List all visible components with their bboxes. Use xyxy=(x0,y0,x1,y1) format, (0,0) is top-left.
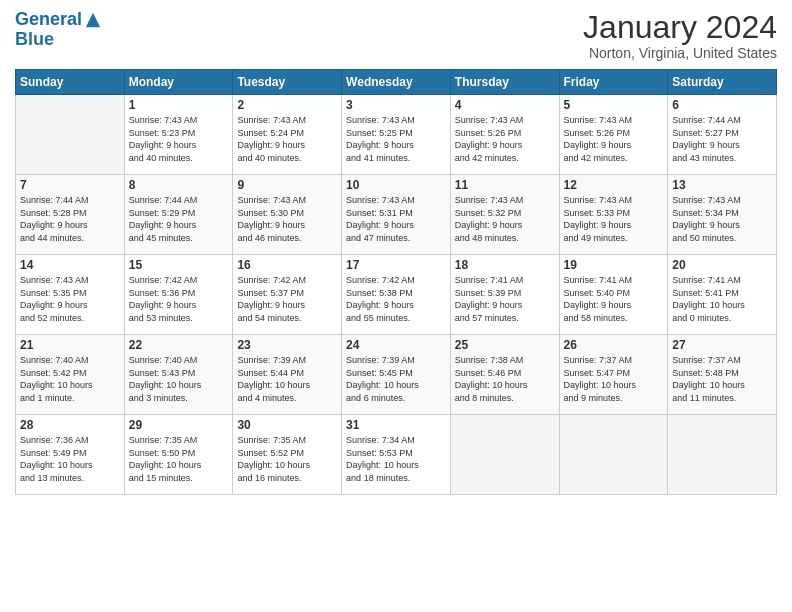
day-info: Sunrise: 7:38 AMSunset: 5:46 PMDaylight:… xyxy=(455,354,555,404)
day-info: Sunrise: 7:43 AMSunset: 5:34 PMDaylight:… xyxy=(672,194,772,244)
calendar-cell: 14Sunrise: 7:43 AMSunset: 5:35 PMDayligh… xyxy=(16,255,125,335)
day-number: 28 xyxy=(20,418,120,432)
day-number: 6 xyxy=(672,98,772,112)
calendar-cell xyxy=(668,415,777,495)
calendar-cell xyxy=(16,95,125,175)
week-row-2: 7Sunrise: 7:44 AMSunset: 5:28 PMDaylight… xyxy=(16,175,777,255)
day-info: Sunrise: 7:35 AMSunset: 5:50 PMDaylight:… xyxy=(129,434,229,484)
logo-icon xyxy=(84,11,102,29)
day-info: Sunrise: 7:44 AMSunset: 5:29 PMDaylight:… xyxy=(129,194,229,244)
location-subtitle: Norton, Virginia, United States xyxy=(583,45,777,61)
day-info: Sunrise: 7:43 AMSunset: 5:23 PMDaylight:… xyxy=(129,114,229,164)
weekday-header-row: SundayMondayTuesdayWednesdayThursdayFrid… xyxy=(16,70,777,95)
day-info: Sunrise: 7:43 AMSunset: 5:25 PMDaylight:… xyxy=(346,114,446,164)
calendar-cell: 4Sunrise: 7:43 AMSunset: 5:26 PMDaylight… xyxy=(450,95,559,175)
title-block: January 2024 Norton, Virginia, United St… xyxy=(583,10,777,61)
logo-text: General xyxy=(15,10,82,30)
day-info: Sunrise: 7:35 AMSunset: 5:52 PMDaylight:… xyxy=(237,434,337,484)
week-row-5: 28Sunrise: 7:36 AMSunset: 5:49 PMDayligh… xyxy=(16,415,777,495)
day-info: Sunrise: 7:43 AMSunset: 5:26 PMDaylight:… xyxy=(564,114,664,164)
day-info: Sunrise: 7:43 AMSunset: 5:33 PMDaylight:… xyxy=(564,194,664,244)
calendar-table: SundayMondayTuesdayWednesdayThursdayFrid… xyxy=(15,69,777,495)
day-info: Sunrise: 7:43 AMSunset: 5:24 PMDaylight:… xyxy=(237,114,337,164)
day-info: Sunrise: 7:34 AMSunset: 5:53 PMDaylight:… xyxy=(346,434,446,484)
day-number: 25 xyxy=(455,338,555,352)
day-number: 15 xyxy=(129,258,229,272)
day-number: 16 xyxy=(237,258,337,272)
calendar-cell: 25Sunrise: 7:38 AMSunset: 5:46 PMDayligh… xyxy=(450,335,559,415)
calendar-cell: 22Sunrise: 7:40 AMSunset: 5:43 PMDayligh… xyxy=(124,335,233,415)
calendar-cell: 28Sunrise: 7:36 AMSunset: 5:49 PMDayligh… xyxy=(16,415,125,495)
day-info: Sunrise: 7:43 AMSunset: 5:30 PMDaylight:… xyxy=(237,194,337,244)
calendar-cell: 6Sunrise: 7:44 AMSunset: 5:27 PMDaylight… xyxy=(668,95,777,175)
day-number: 31 xyxy=(346,418,446,432)
calendar-cell: 15Sunrise: 7:42 AMSunset: 5:36 PMDayligh… xyxy=(124,255,233,335)
day-info: Sunrise: 7:40 AMSunset: 5:43 PMDaylight:… xyxy=(129,354,229,404)
day-number: 23 xyxy=(237,338,337,352)
week-row-4: 21Sunrise: 7:40 AMSunset: 5:42 PMDayligh… xyxy=(16,335,777,415)
day-info: Sunrise: 7:42 AMSunset: 5:36 PMDaylight:… xyxy=(129,274,229,324)
day-info: Sunrise: 7:42 AMSunset: 5:38 PMDaylight:… xyxy=(346,274,446,324)
day-number: 29 xyxy=(129,418,229,432)
week-row-1: 1Sunrise: 7:43 AMSunset: 5:23 PMDaylight… xyxy=(16,95,777,175)
weekday-header-saturday: Saturday xyxy=(668,70,777,95)
logo: General Blue xyxy=(15,10,102,50)
day-number: 10 xyxy=(346,178,446,192)
day-number: 4 xyxy=(455,98,555,112)
day-number: 18 xyxy=(455,258,555,272)
weekday-header-tuesday: Tuesday xyxy=(233,70,342,95)
day-number: 3 xyxy=(346,98,446,112)
day-info: Sunrise: 7:43 AMSunset: 5:31 PMDaylight:… xyxy=(346,194,446,244)
calendar-cell: 18Sunrise: 7:41 AMSunset: 5:39 PMDayligh… xyxy=(450,255,559,335)
calendar-cell xyxy=(450,415,559,495)
calendar-cell: 30Sunrise: 7:35 AMSunset: 5:52 PMDayligh… xyxy=(233,415,342,495)
calendar-cell: 2Sunrise: 7:43 AMSunset: 5:24 PMDaylight… xyxy=(233,95,342,175)
weekday-header-wednesday: Wednesday xyxy=(342,70,451,95)
calendar-cell: 23Sunrise: 7:39 AMSunset: 5:44 PMDayligh… xyxy=(233,335,342,415)
calendar-cell: 26Sunrise: 7:37 AMSunset: 5:47 PMDayligh… xyxy=(559,335,668,415)
calendar-cell: 27Sunrise: 7:37 AMSunset: 5:48 PMDayligh… xyxy=(668,335,777,415)
calendar-cell: 8Sunrise: 7:44 AMSunset: 5:29 PMDaylight… xyxy=(124,175,233,255)
day-number: 27 xyxy=(672,338,772,352)
calendar-cell: 20Sunrise: 7:41 AMSunset: 5:41 PMDayligh… xyxy=(668,255,777,335)
weekday-header-sunday: Sunday xyxy=(16,70,125,95)
day-info: Sunrise: 7:40 AMSunset: 5:42 PMDaylight:… xyxy=(20,354,120,404)
calendar-cell: 29Sunrise: 7:35 AMSunset: 5:50 PMDayligh… xyxy=(124,415,233,495)
day-info: Sunrise: 7:37 AMSunset: 5:48 PMDaylight:… xyxy=(672,354,772,404)
svg-marker-0 xyxy=(86,13,100,27)
calendar-cell: 12Sunrise: 7:43 AMSunset: 5:33 PMDayligh… xyxy=(559,175,668,255)
calendar-cell: 31Sunrise: 7:34 AMSunset: 5:53 PMDayligh… xyxy=(342,415,451,495)
day-number: 19 xyxy=(564,258,664,272)
weekday-header-friday: Friday xyxy=(559,70,668,95)
day-number: 13 xyxy=(672,178,772,192)
day-info: Sunrise: 7:43 AMSunset: 5:35 PMDaylight:… xyxy=(20,274,120,324)
calendar-cell: 11Sunrise: 7:43 AMSunset: 5:32 PMDayligh… xyxy=(450,175,559,255)
day-number: 14 xyxy=(20,258,120,272)
day-info: Sunrise: 7:44 AMSunset: 5:28 PMDaylight:… xyxy=(20,194,120,244)
day-number: 24 xyxy=(346,338,446,352)
day-number: 20 xyxy=(672,258,772,272)
calendar-cell: 9Sunrise: 7:43 AMSunset: 5:30 PMDaylight… xyxy=(233,175,342,255)
day-info: Sunrise: 7:42 AMSunset: 5:37 PMDaylight:… xyxy=(237,274,337,324)
day-number: 21 xyxy=(20,338,120,352)
calendar-cell: 24Sunrise: 7:39 AMSunset: 5:45 PMDayligh… xyxy=(342,335,451,415)
day-number: 22 xyxy=(129,338,229,352)
calendar-cell: 16Sunrise: 7:42 AMSunset: 5:37 PMDayligh… xyxy=(233,255,342,335)
calendar-cell: 10Sunrise: 7:43 AMSunset: 5:31 PMDayligh… xyxy=(342,175,451,255)
calendar-cell xyxy=(559,415,668,495)
day-info: Sunrise: 7:43 AMSunset: 5:32 PMDaylight:… xyxy=(455,194,555,244)
day-info: Sunrise: 7:41 AMSunset: 5:39 PMDaylight:… xyxy=(455,274,555,324)
day-number: 9 xyxy=(237,178,337,192)
calendar-cell: 17Sunrise: 7:42 AMSunset: 5:38 PMDayligh… xyxy=(342,255,451,335)
day-info: Sunrise: 7:37 AMSunset: 5:47 PMDaylight:… xyxy=(564,354,664,404)
calendar-cell: 5Sunrise: 7:43 AMSunset: 5:26 PMDaylight… xyxy=(559,95,668,175)
day-number: 1 xyxy=(129,98,229,112)
day-number: 26 xyxy=(564,338,664,352)
calendar-cell: 1Sunrise: 7:43 AMSunset: 5:23 PMDaylight… xyxy=(124,95,233,175)
day-number: 5 xyxy=(564,98,664,112)
header: General Blue January 2024 Norton, Virgin… xyxy=(15,10,777,61)
calendar-cell: 21Sunrise: 7:40 AMSunset: 5:42 PMDayligh… xyxy=(16,335,125,415)
calendar-cell: 3Sunrise: 7:43 AMSunset: 5:25 PMDaylight… xyxy=(342,95,451,175)
day-info: Sunrise: 7:41 AMSunset: 5:41 PMDaylight:… xyxy=(672,274,772,324)
day-info: Sunrise: 7:44 AMSunset: 5:27 PMDaylight:… xyxy=(672,114,772,164)
